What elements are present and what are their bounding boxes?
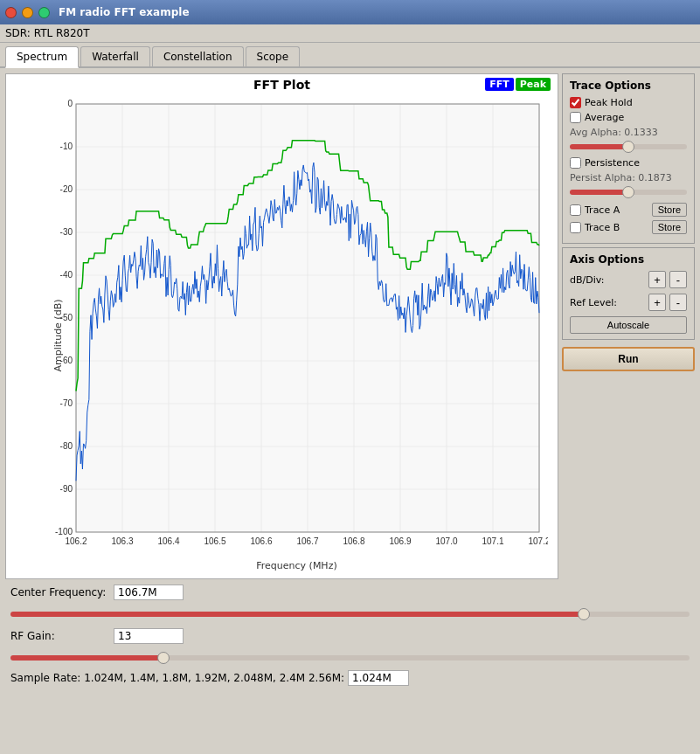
title-bar: FM radio FFT example [0,0,700,24]
persist-alpha-slider[interactable] [570,190,687,195]
trace-b-row: Trace B Store [570,220,687,234]
fft-canvas [41,95,548,558]
fft-plot-container: FFT Plot FFT Peak Amplitude (dB) Frequen… [5,73,558,579]
ref-level-plus-button[interactable]: + [648,294,666,311]
center-freq-row: Center Frequency: 106.7M [10,585,690,600]
x-axis-label: Frequency (MHz) [41,558,552,575]
rf-gain-controls: RF Gain: 13 [5,623,695,649]
plot-title-row: FFT Plot FFT Peak [6,74,558,95]
db-div-label: dB/Div: [570,274,645,286]
trace-a-checkbox[interactable] [570,204,581,216]
db-div-row: dB/Div: + - [570,271,687,288]
trace-a-label: Trace A [585,204,648,216]
avg-alpha-slider[interactable] [570,144,687,149]
sdr-info-bar: SDR: RTL R820T [0,24,700,43]
plot-title: FFT Plot [253,78,310,92]
persistence-row: Persistence [570,157,687,169]
center-freq-label: Center Frequency: [10,586,107,598]
run-row: Run [562,347,695,371]
db-div-minus-button[interactable]: - [669,271,687,288]
rf-gain-slider[interactable] [10,655,690,661]
db-div-plus-button[interactable]: + [648,271,666,288]
plot-badges: FFT Peak [485,78,551,91]
rf-gain-value: 13 [114,628,184,644]
maximize-button[interactable] [38,7,50,18]
trace-b-checkbox[interactable] [570,222,581,233]
trace-options-title: Trace Options [570,80,687,92]
trace-b-label: Trace B [585,222,648,233]
peak-hold-label: Peak Hold [585,97,633,108]
ref-level-minus-button[interactable]: - [669,294,687,311]
trace-a-row: Trace A Store [570,203,687,217]
y-axis-label: Amplitude (dB) [52,299,64,371]
tab-scope[interactable]: Scope [246,46,301,66]
ref-level-row: Ref Level: + - [570,294,687,311]
plot-row: FFT Plot FFT Peak Amplitude (dB) Frequen… [5,73,695,579]
average-row: Average [570,112,687,123]
close-button[interactable] [5,7,17,18]
axis-options-title: Axis Options [570,253,687,266]
tab-waterfall[interactable]: Waterfall [80,46,150,66]
canvas-wrap: Amplitude (dB) Frequency (MHz) [41,95,552,575]
run-button[interactable]: Run [562,347,695,371]
average-checkbox[interactable] [570,112,581,123]
persistence-checkbox[interactable] [570,157,581,169]
rf-gain-row: RF Gain: 13 [10,628,690,644]
persist-alpha-label: Persist Alpha: 0.1873 [570,172,687,183]
trace-options-section: Trace Options Peak Hold Average Avg Alph… [562,73,695,244]
sample-rate-value: 1.024M [348,670,409,686]
ref-level-label: Ref Level: [570,297,645,308]
avg-alpha-slider-wrap [570,140,687,152]
sdr-info-text: SDR: RTL R820T [5,27,90,39]
rf-gain-slider-wrap [5,649,695,665]
autoscale-button[interactable]: Autoscale [570,316,687,334]
fft-badge: FFT [485,78,514,91]
avg-alpha-label: Avg Alpha: 0.1333 [570,127,687,138]
axis-options-section: Axis Options dB/Div: + - Ref Level: + - … [562,247,695,340]
center-freq-slider-wrap [5,605,695,621]
right-panel: Trace Options Peak Hold Average Avg Alph… [562,73,695,579]
trace-a-store-button[interactable]: Store [652,203,687,217]
bottom-controls: Center Frequency: 106.7M [5,579,695,605]
persist-alpha-slider-wrap [570,185,687,197]
center-freq-slider[interactable] [10,612,690,617]
persistence-label: Persistence [585,157,640,169]
sample-rate-label: Sample Rate: 1.024M, 1.4M, 1.8M, 1.92M, … [10,672,344,684]
center-freq-value: 106.7M [114,585,184,600]
rf-gain-label: RF Gain: [10,630,107,642]
window-title: FM radio FFT example [59,6,190,18]
tab-spectrum[interactable]: Spectrum [5,46,79,68]
peak-badge: Peak [516,78,551,91]
sample-rate-row: Sample Rate: 1.024M, 1.4M, 1.8M, 1.92M, … [5,667,695,688]
main-area: FFT Plot FFT Peak Amplitude (dB) Frequen… [0,68,700,693]
peak-hold-row: Peak Hold [570,97,687,108]
average-label: Average [585,112,624,123]
minimize-button[interactable] [22,7,33,18]
trace-b-store-button[interactable]: Store [652,220,687,234]
tabs-container: Spectrum Waterfall Constellation Scope [0,43,700,68]
tab-constellation[interactable]: Constellation [152,46,244,66]
peak-hold-checkbox[interactable] [570,97,581,108]
